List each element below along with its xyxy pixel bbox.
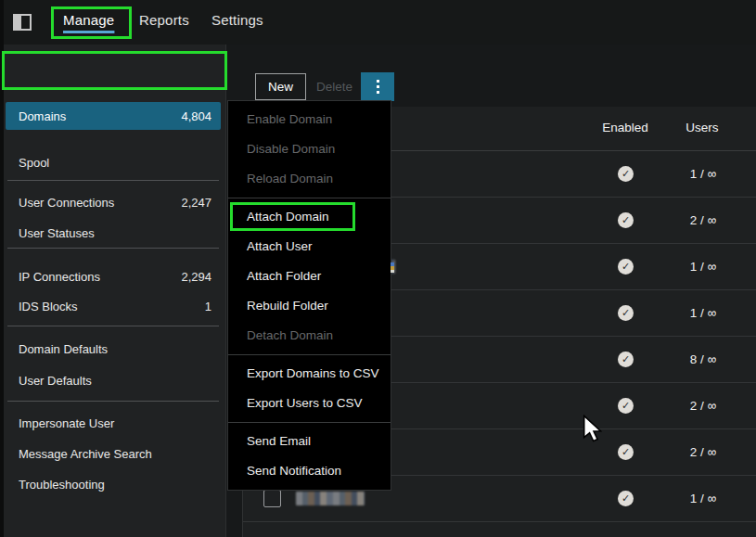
sidebar: Domains4,804SpoolUser Connections2,247Us… <box>0 45 226 537</box>
sidebar-item-user-statuses[interactable]: User Statuses <box>6 219 221 247</box>
sidebar-item-count: 2,294 <box>181 270 211 284</box>
sidebar-item-label: Spool <box>19 156 49 170</box>
users-count: 2 / ∞ <box>670 213 737 227</box>
sidebar-item-label: Impersonate User <box>19 416 114 430</box>
window-left-edge <box>0 0 4 537</box>
menu-item-enable-domain: Enable Domain <box>228 105 391 134</box>
sidebar-item-label: IDS Blocks <box>19 300 78 313</box>
sidebar-item-spool[interactable]: Spool <box>6 148 221 176</box>
row-checkbox[interactable] <box>263 490 281 507</box>
new-button[interactable]: New <box>255 73 306 100</box>
menu-item-rebuild-folder[interactable]: Rebuild Folder <box>228 291 391 321</box>
sidebar-item-count: 2,247 <box>181 196 211 210</box>
users-count: 2 / ∞ <box>670 399 737 413</box>
menu-item-send-email[interactable]: Send Email <box>228 427 391 456</box>
menu-item-disable-domain: Disable Domain <box>228 134 391 164</box>
menu-section: Export Domains to CSVExport Users to CSV <box>228 354 391 422</box>
sidebar-item-label: User Defaults <box>19 374 92 388</box>
sidebar-toggle-fill <box>15 16 21 29</box>
sidebar-item-label: Domains <box>19 109 66 123</box>
sidebar-item-label: User Connections <box>19 196 114 210</box>
column-header-users[interactable]: Users <box>673 121 731 134</box>
sidebar-item-troubleshooting[interactable]: Troubleshooting <box>6 470 221 498</box>
menu-section: Attach DomainAttach UserAttach FolderReb… <box>228 198 391 354</box>
sidebar-item-impersonate-user[interactable]: Impersonate User <box>6 409 221 437</box>
sidebar-divider <box>7 326 219 326</box>
sidebar-divider <box>7 401 219 402</box>
sidebar-item-label: User Statuses <box>19 226 95 240</box>
more-actions-button[interactable] <box>361 72 394 101</box>
tab-reports[interactable]: Reports <box>139 12 189 28</box>
users-count: 8 / ∞ <box>670 352 737 366</box>
column-header-enabled[interactable]: Enabled <box>597 121 653 134</box>
redacted-name-sliver <box>391 262 394 273</box>
sidebar-item-label: IP Connections <box>19 270 100 284</box>
sidebar-divider <box>7 180 219 181</box>
menu-section: Enable DomainDisable DomainReload Domain <box>228 101 391 198</box>
sidebar-item-ids-blocks[interactable]: IDS Blocks1 <box>6 292 221 320</box>
enabled-check-icon: ✓ <box>618 166 634 182</box>
sidebar-item-user-defaults[interactable]: User Defaults <box>6 366 221 394</box>
users-count: 2 / ∞ <box>670 445 737 459</box>
more-actions-dropdown-menu: Enable DomainDisable DomainReload Domain… <box>227 100 391 491</box>
enabled-check-icon: ✓ <box>618 212 634 228</box>
menu-section: Send EmailSend Notification <box>228 422 391 490</box>
sidebar-item-label: Domain Defaults <box>19 342 108 356</box>
menu-item-export-domains-to-csv[interactable]: Export Domains to CSV <box>228 359 391 389</box>
menu-item-attach-user[interactable]: Attach User <box>228 232 391 262</box>
app-window: ManageReportsSettings Domains4,804SpoolU… <box>0 0 756 537</box>
sidebar-divider <box>7 248 219 249</box>
sidebar-item-label: Message Archive Search <box>19 447 152 461</box>
enabled-check-icon: ✓ <box>618 398 634 414</box>
tab-manage[interactable]: Manage <box>63 12 114 28</box>
sidebar-item-message-archive-search[interactable]: Message Archive Search <box>6 440 221 467</box>
menu-item-attach-domain[interactable]: Attach Domain <box>228 202 391 232</box>
users-count: 1 / ∞ <box>670 260 737 274</box>
menu-item-send-notification[interactable]: Send Notification <box>228 456 391 486</box>
sidebar-item-count: 1 <box>205 300 211 313</box>
sidebar-item-ip-connections[interactable]: IP Connections2,294 <box>6 262 221 290</box>
enabled-check-icon: ✓ <box>618 491 634 506</box>
delete-button: Delete <box>303 73 365 100</box>
sidebar-item-user-connections[interactable]: User Connections2,247 <box>6 188 221 216</box>
tab-settings[interactable]: Settings <box>211 12 263 28</box>
enabled-check-icon: ✓ <box>618 444 634 460</box>
users-count: 1 / ∞ <box>670 167 737 181</box>
menu-item-reload-domain: Reload Domain <box>228 164 391 194</box>
menu-item-detach-domain: Detach Domain <box>228 321 391 351</box>
sidebar-toggle-icon[interactable] <box>13 14 32 31</box>
redacted-domain-name <box>296 492 365 505</box>
sidebar-item-domain-defaults[interactable]: Domain Defaults <box>6 335 221 363</box>
enabled-check-icon: ✓ <box>618 352 634 367</box>
menu-item-export-users-to-csv[interactable]: Export Users to CSV <box>228 389 391 418</box>
vertical-ellipsis-icon <box>377 80 379 94</box>
users-count: 1 / ∞ <box>670 306 737 320</box>
users-count: 1 / ∞ <box>670 492 737 505</box>
menu-item-attach-folder[interactable]: Attach Folder <box>228 262 391 291</box>
enabled-check-icon: ✓ <box>618 305 634 321</box>
sidebar-item-count: 4,804 <box>181 109 211 123</box>
enabled-check-icon: ✓ <box>618 259 634 275</box>
top-navigation-bar: ManageReportsSettings <box>0 0 756 45</box>
sidebar-item-label: Troubleshooting <box>19 478 105 492</box>
sidebar-item-domains[interactable]: Domains4,804 <box>6 102 221 130</box>
